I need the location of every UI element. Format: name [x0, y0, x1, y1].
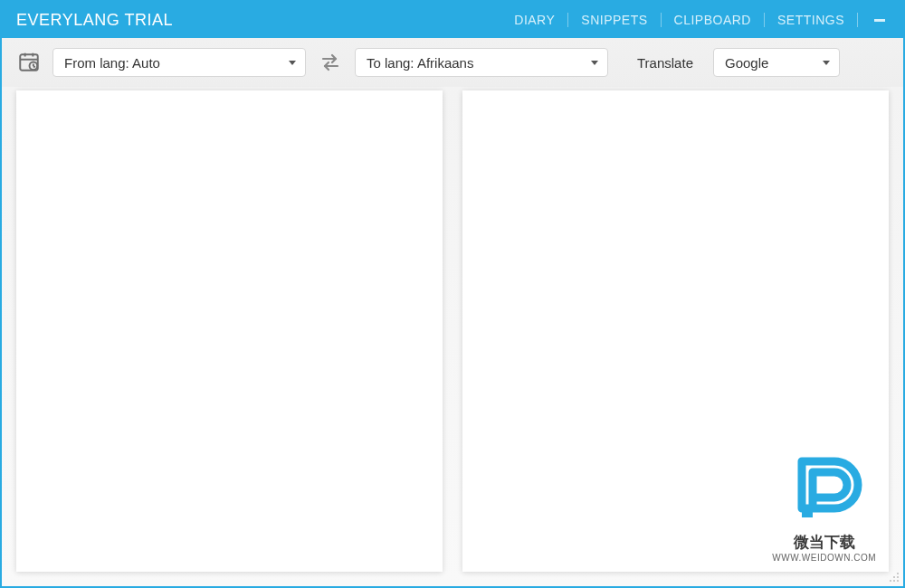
chevron-down-icon [591, 61, 598, 65]
history-icon[interactable] [16, 50, 42, 75]
svg-point-15 [897, 580, 899, 582]
titlebar-nav: DIARY SNIPPETS CLIPBOARD SETTINGS [501, 12, 894, 28]
nav-settings[interactable]: SETTINGS [765, 13, 858, 27]
swap-languages-button[interactable] [317, 53, 344, 71]
from-language-value: From lang: Auto [64, 55, 160, 71]
app-title: EVERYLANG TRIAL [16, 11, 173, 30]
source-text-pane[interactable] [16, 90, 443, 572]
svg-point-10 [897, 573, 899, 574]
translation-engine-value: Google [725, 55, 768, 71]
translate-label: Translate [637, 55, 693, 71]
svg-point-12 [897, 576, 899, 578]
svg-point-11 [893, 576, 895, 578]
chevron-down-icon [823, 61, 830, 65]
app-window: EVERYLANG TRIAL DIARY SNIPPETS CLIPBOARD… [0, 0, 905, 588]
chevron-down-icon [289, 61, 296, 65]
nav-snippets[interactable]: SNIPPETS [568, 13, 661, 27]
minimize-button[interactable] [865, 12, 894, 28]
translation-engine-select[interactable]: Google [713, 48, 840, 77]
nav-clipboard[interactable]: CLIPBOARD [662, 13, 765, 27]
translated-text-pane[interactable] [462, 90, 889, 572]
titlebar: EVERYLANG TRIAL DIARY SNIPPETS CLIPBOARD… [2, 2, 903, 38]
svg-line-6 [33, 66, 35, 67]
svg-point-13 [890, 580, 891, 582]
svg-point-14 [893, 580, 895, 582]
nav-diary[interactable]: DIARY [501, 13, 568, 27]
from-language-select[interactable]: From lang: Auto [52, 48, 306, 77]
content-area [2, 87, 903, 586]
toolbar: From lang: Auto To lang: Afrikaans Trans… [2, 38, 903, 87]
resize-grip-icon[interactable] [889, 572, 900, 583]
to-language-value: To lang: Afrikaans [367, 55, 473, 71]
to-language-select[interactable]: To lang: Afrikaans [355, 48, 608, 77]
